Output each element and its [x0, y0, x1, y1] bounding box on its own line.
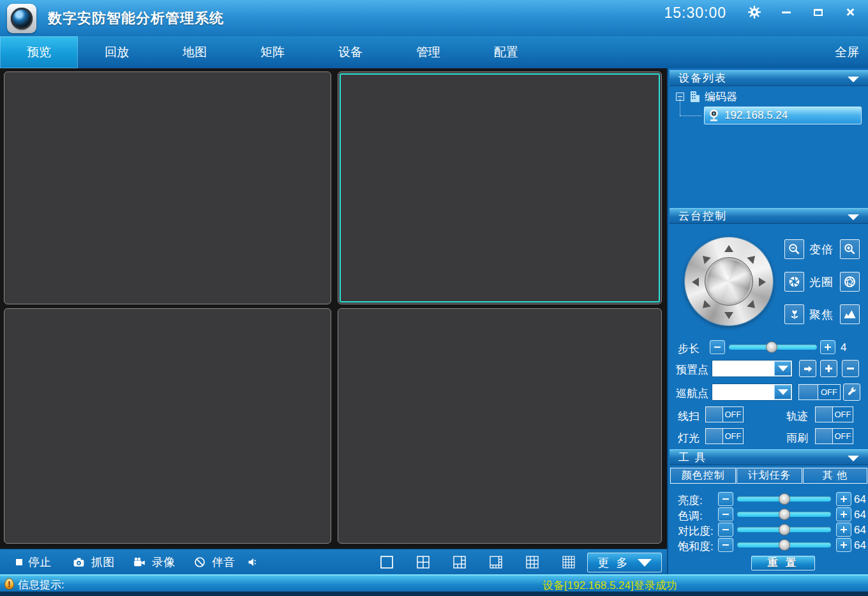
ptz-joystick-knob[interactable]: [705, 257, 753, 306]
brightness-plus-button[interactable]: [836, 492, 851, 506]
tools-header[interactable]: 工 具: [670, 449, 868, 465]
plus-icon: [825, 346, 831, 348]
hue-minus-button[interactable]: [718, 507, 733, 521]
tab-device[interactable]: 设备: [311, 36, 389, 68]
dropdown-caret-icon[interactable]: [774, 361, 791, 376]
iris-close-button[interactable]: [784, 272, 804, 292]
ptz-header[interactable]: 云台控制: [670, 208, 868, 224]
focus-far-button[interactable]: [840, 304, 860, 324]
tab-config[interactable]: 配置: [467, 36, 545, 68]
video-panel-3[interactable]: [4, 308, 331, 544]
close-button[interactable]: [842, 4, 858, 20]
brightness-minus-button[interactable]: [718, 492, 733, 506]
tree-node-device-selected[interactable]: 192.168.5.24: [704, 107, 862, 124]
warning-icon: !: [4, 578, 14, 590]
preset-goto-button[interactable]: [799, 360, 816, 377]
slider-thumb[interactable]: [779, 493, 790, 505]
ptz-arrow-right-icon[interactable]: [758, 278, 766, 287]
record-label: 录像: [152, 555, 175, 570]
maximize-button[interactable]: [811, 4, 826, 20]
volume-button[interactable]: [246, 549, 260, 575]
snapshot-button[interactable]: 抓图: [72, 549, 114, 575]
cruise-toggle[interactable]: OFF: [798, 384, 841, 400]
layout-6-icon[interactable]: [453, 555, 467, 569]
arrow-right-icon: [802, 363, 814, 375]
video-panel-4[interactable]: [338, 308, 662, 544]
tab-preview[interactable]: 预览: [0, 36, 78, 68]
slider-thumb[interactable]: [779, 509, 790, 520]
wiper-toggle[interactable]: OFF: [815, 428, 853, 444]
fullscreen-button[interactable]: 全屏: [835, 36, 859, 68]
focus-near-button[interactable]: [784, 304, 804, 324]
tab-schedule-task[interactable]: 计划任务: [737, 468, 802, 484]
ptz-arrow-upleft-icon[interactable]: [700, 253, 711, 264]
cruise-settings-button[interactable]: [843, 384, 860, 401]
settings-gear-icon[interactable]: [747, 4, 762, 20]
zoom-in-button[interactable]: [840, 239, 860, 259]
record-button[interactable]: 录像: [133, 549, 175, 575]
step-slider[interactable]: [729, 345, 817, 350]
ptz-arrow-down-icon[interactable]: [724, 311, 733, 319]
layout-8-icon[interactable]: [489, 555, 503, 569]
hue-plus-button[interactable]: [836, 507, 851, 521]
contrast-plus-button[interactable]: [836, 523, 851, 537]
toggle-knob: [816, 407, 833, 422]
ptz-arrow-downleft-icon[interactable]: [700, 300, 711, 311]
more-button[interactable]: 更 多: [587, 553, 662, 572]
tab-color-control[interactable]: 颜色控制: [670, 468, 736, 484]
contrast-minus-button[interactable]: [718, 523, 733, 537]
ptz-title: 云台控制: [678, 209, 727, 223]
ptz-arrow-upright-icon[interactable]: [747, 253, 758, 264]
video-panel-1[interactable]: [4, 71, 331, 304]
linescan-toggle[interactable]: OFF: [705, 406, 744, 422]
collapse-caret-icon[interactable]: [848, 214, 859, 220]
light-toggle[interactable]: OFF: [705, 428, 744, 444]
contrast-slider[interactable]: [737, 527, 831, 532]
hue-slider[interactable]: [737, 512, 831, 517]
tree-collapse-icon[interactable]: [676, 93, 684, 101]
layout-9-icon[interactable]: [525, 555, 539, 569]
preset-add-button[interactable]: [820, 360, 837, 377]
brightness-slider[interactable]: [737, 496, 831, 502]
ptz-arrow-downright-icon[interactable]: [747, 300, 758, 311]
contrast-value: 64: [854, 524, 866, 537]
track-toggle[interactable]: OFF: [815, 406, 853, 422]
tab-other[interactable]: 其 他: [803, 468, 867, 484]
ptz-arrow-up-icon[interactable]: [724, 245, 733, 253]
minimize-button[interactable]: [779, 4, 794, 20]
tree-node-encoder[interactable]: 编码器: [676, 89, 737, 104]
saturation-slider[interactable]: [737, 542, 831, 548]
step-plus-button[interactable]: [820, 340, 835, 354]
toggle-state: OFF: [723, 429, 743, 443]
layout-4-icon[interactable]: [416, 555, 430, 569]
audio-button[interactable]: 伴音: [193, 549, 235, 575]
cruise-dropdown[interactable]: [712, 384, 793, 401]
preset-delete-button[interactable]: [842, 360, 859, 377]
slider-thumb[interactable]: [779, 539, 790, 551]
zoom-out-button[interactable]: [784, 239, 804, 259]
bottom-toolbar: 停止 抓图 录像 伴音: [0, 549, 667, 574]
tab-matrix[interactable]: 矩阵: [234, 36, 311, 68]
layout-16-icon[interactable]: [562, 555, 576, 569]
stop-button[interactable]: 停止: [16, 549, 51, 575]
reset-button[interactable]: 重 置: [751, 556, 815, 570]
step-minus-button[interactable]: [710, 340, 725, 354]
collapse-caret-icon[interactable]: [848, 77, 859, 82]
saturation-plus-button[interactable]: [836, 538, 851, 552]
step-slider-thumb[interactable]: [766, 341, 777, 353]
preset-dropdown[interactable]: [712, 360, 793, 377]
layout-1-icon[interactable]: [380, 555, 394, 569]
iris-open-button[interactable]: [840, 272, 860, 292]
slider-thumb[interactable]: [779, 524, 790, 535]
tab-map[interactable]: 地图: [156, 36, 234, 68]
dropdown-caret-icon[interactable]: [774, 385, 791, 399]
saturation-minus-button[interactable]: [718, 538, 733, 552]
ptz-joystick[interactable]: [685, 237, 773, 325]
tab-manage[interactable]: 管理: [389, 36, 467, 68]
ptz-arrow-left-icon[interactable]: [692, 278, 700, 287]
tab-playback[interactable]: 回放: [78, 36, 156, 68]
plus-icon: [841, 529, 847, 530]
collapse-caret-icon[interactable]: [848, 456, 859, 461]
device-list-header[interactable]: 设备列表: [670, 70, 868, 86]
video-panel-2-selected[interactable]: [338, 71, 662, 304]
